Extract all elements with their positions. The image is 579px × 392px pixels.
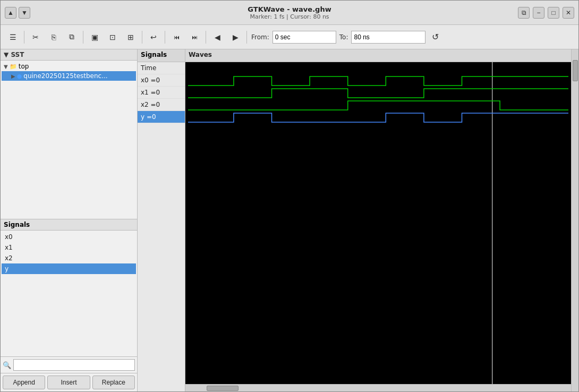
titlebar-center: GTKWave - wave.ghw Marker: 1 fs | Cursor… xyxy=(248,5,331,20)
signal-item-y[interactable]: y xyxy=(2,263,136,274)
select-all-button[interactable]: ▣ xyxy=(87,29,103,45)
first-button[interactable]: ⏮ xyxy=(168,29,184,45)
tree-arrow-top: ▼ xyxy=(4,64,8,70)
tree-label-quine: quine20250125testbenc... xyxy=(23,72,107,80)
toolbar-separator-4 xyxy=(165,31,165,44)
search-icon: 🔍 xyxy=(3,361,11,369)
titlebar-right: ⧉ − □ ✕ xyxy=(518,7,574,19)
restore-button[interactable]: ⧉ xyxy=(518,7,530,19)
zoom-fit-button[interactable]: ⊡ xyxy=(105,29,121,45)
back-button[interactable]: ◀ xyxy=(209,29,225,45)
sst-section: ▼ SST ▼ 📁 top ▶ ● quine20250125testbenc.… xyxy=(1,49,137,219)
toolbar-separator-2 xyxy=(83,31,83,44)
to-label: To: xyxy=(339,33,348,41)
append-button[interactable]: Append xyxy=(3,376,45,389)
waves-with-scroll: Signals Time x0 =0 x1 =0 x2 =0 y =0 Wave… xyxy=(138,49,578,391)
to-input[interactable] xyxy=(351,31,425,44)
signals-list-section: Signals x0 x1 x2 y 🔍 Append Insert Repla… xyxy=(1,219,137,391)
canvas-area[interactable] xyxy=(185,62,571,384)
main-content: ▼ SST ▼ 📁 top ▶ ● quine20250125testbenc.… xyxy=(1,49,578,391)
prev-button[interactable]: ⏭ xyxy=(186,29,202,45)
bottom-buttons: Append Insert Replace xyxy=(1,373,137,391)
signals-list[interactable]: x0 x1 x2 y xyxy=(1,231,137,356)
window-subtitle: Marker: 1 fs | Cursor: 80 ns xyxy=(250,13,329,20)
zoom-range-button[interactable]: ⊞ xyxy=(123,29,139,45)
insert-button[interactable]: Insert xyxy=(47,376,90,389)
close-button[interactable]: ✕ xyxy=(563,7,574,19)
toolbar-separator-1 xyxy=(24,31,24,44)
tree-arrow-quine: ▶ xyxy=(11,73,15,79)
toolbar: ☰ ✂ ⎘ ⧉ ▣ ⊡ ⊞ ↩ ⏮ ⏭ ◀ ▶ From: To: ↺ xyxy=(1,25,578,49)
tree-item-quine[interactable]: ▶ ● quine20250125testbenc... xyxy=(2,71,136,81)
sst-tree[interactable]: ▼ 📁 top ▶ ● quine20250125testbenc... xyxy=(1,61,137,219)
signal-row-x2: x2 =0 xyxy=(138,99,185,111)
sst-expand-icon[interactable]: ▼ xyxy=(4,51,11,58)
titlebar: ▲ ▼ GTKWave - wave.ghw Marker: 1 fs | Cu… xyxy=(1,1,578,25)
signals-column: Signals Time x0 =0 x1 =0 x2 =0 y =0 xyxy=(138,49,185,391)
from-label: From: xyxy=(251,33,269,41)
from-input[interactable] xyxy=(273,31,336,44)
h-scrollbar-thumb[interactable] xyxy=(207,386,239,391)
replace-button[interactable]: Replace xyxy=(92,376,135,389)
toolbar-separator-6 xyxy=(246,31,247,44)
right-panel: Signals Time x0 =0 x1 =0 x2 =0 y =0 Wave… xyxy=(138,49,578,391)
sst-header: ▼ SST xyxy=(1,49,137,61)
window-title: GTKWave - wave.ghw xyxy=(248,5,331,13)
module-icon-quine: ● xyxy=(17,73,22,80)
signal-row-time: Time xyxy=(138,62,185,74)
reload-button[interactable]: ↺ xyxy=(428,30,442,45)
signals-list-header: Signals xyxy=(1,219,137,231)
signals-col-header: Signals xyxy=(138,49,185,62)
v-scrollbar[interactable] xyxy=(571,49,578,391)
wave-canvas xyxy=(185,62,571,384)
undo-button[interactable]: ↩ xyxy=(146,29,161,45)
titlebar-left: ▲ ▼ xyxy=(5,7,30,19)
tree-item-top[interactable]: ▼ 📁 top xyxy=(2,62,136,71)
forward-button[interactable]: ▶ xyxy=(227,29,243,45)
signal-row-y: y =0 xyxy=(138,111,185,123)
signal-row-x1: x1 =0 xyxy=(138,87,185,99)
minimize-button[interactable]: − xyxy=(533,7,544,19)
waves-header: Waves xyxy=(185,49,571,62)
main-window: ▲ ▼ GTKWave - wave.ghw Marker: 1 fs | Cu… xyxy=(0,0,579,392)
folder-icon-top: 📁 xyxy=(10,63,17,70)
h-scrollbar[interactable] xyxy=(185,384,571,391)
toolbar-separator-3 xyxy=(142,31,142,44)
scroll-up-button[interactable]: ▲ xyxy=(5,7,16,19)
scroll-down-button[interactable]: ▼ xyxy=(19,7,30,19)
signal-item-x0[interactable]: x0 xyxy=(2,232,136,242)
search-bar: 🔍 xyxy=(1,356,137,373)
menu-button[interactable]: ☰ xyxy=(5,29,21,45)
signal-item-x2[interactable]: x2 xyxy=(2,253,136,263)
sst-header-label: SST xyxy=(11,51,24,58)
signal-item-x1[interactable]: x1 xyxy=(2,242,136,253)
toolbar-separator-5 xyxy=(206,31,206,44)
left-panel: ▼ SST ▼ 📁 top ▶ ● quine20250125testbenc.… xyxy=(1,49,138,391)
tree-label-top: top xyxy=(19,63,29,70)
v-scrollbar-thumb[interactable] xyxy=(573,60,578,81)
search-input[interactable] xyxy=(13,359,135,371)
signal-row-x0: x0 =0 xyxy=(138,74,185,87)
cut-button[interactable]: ✂ xyxy=(28,29,44,45)
waveform-content: Waves xyxy=(185,49,571,391)
paste-button[interactable]: ⧉ xyxy=(64,29,80,45)
maximize-button[interactable]: □ xyxy=(548,7,559,19)
copy-button[interactable]: ⎘ xyxy=(46,29,62,45)
